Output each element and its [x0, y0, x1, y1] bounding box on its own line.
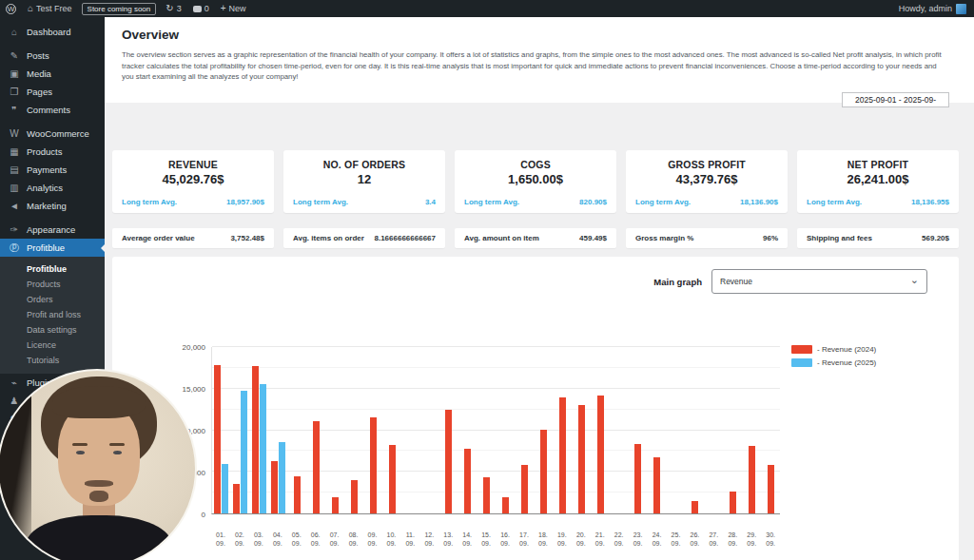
stat-cards-row: REVENUE45,029.76$Long term Avg.18,957.90… — [112, 150, 959, 213]
sidebar-item-label: WooCommerce — [27, 128, 89, 139]
bar-group-2209 — [610, 347, 629, 513]
bar-revenue-2025 — [241, 391, 247, 513]
person-eye — [113, 451, 122, 454]
admin-avatar[interactable] — [956, 4, 966, 14]
bar-group-0609 — [307, 347, 326, 513]
bar-group-2109 — [591, 347, 610, 513]
bar-group-2309 — [629, 347, 648, 513]
x-tick-label: 16.09. — [496, 531, 515, 548]
stat-subcard: Avg. amount on item459.49$ — [455, 228, 616, 248]
stat-card-value: 43,379.76$ — [626, 172, 788, 186]
sidebar-item-appearance[interactable]: ✑Appearance — [0, 221, 105, 239]
x-tick-label: 14.09. — [458, 531, 477, 548]
bar-revenue-2025 — [260, 384, 266, 513]
sidebar-item-marketing[interactable]: ◄Marketing — [0, 197, 105, 215]
x-tick-label: 29.09. — [742, 531, 761, 548]
x-tick-label: 28.09. — [723, 531, 742, 548]
bar-revenue-2024 — [389, 445, 396, 513]
site-name-link[interactable]: ⌂ Test Free — [22, 0, 78, 17]
wordpress-menu[interactable]: W — [0, 0, 22, 17]
sidebar-item-analytics[interactable]: ▥Analytics — [0, 179, 105, 197]
stat-subcard: Gross margin %96% — [626, 228, 788, 248]
stat-card-value: 12 — [283, 172, 445, 186]
x-tick-label: 26.09. — [685, 531, 704, 548]
subcard-value: 3,752.48$ — [230, 234, 264, 242]
bar-group-2609 — [686, 347, 705, 513]
sidebar-item-comments[interactable]: ❞Comments — [0, 101, 105, 119]
submenu-item-profitblue[interactable]: Profitblue — [0, 261, 105, 277]
x-tick-label: 03.09. — [249, 531, 268, 548]
comments-bubble-icon — [193, 6, 202, 12]
bar-group-1309 — [439, 347, 458, 513]
bar-revenue-2024 — [521, 465, 528, 513]
person-brow — [72, 443, 88, 446]
submenu-item-orders[interactable]: Orders — [0, 292, 105, 307]
x-tick-label: 27.09. — [704, 531, 723, 548]
sidebar-item-pages[interactable]: ❐Pages — [0, 83, 105, 101]
long-term-avg-value: 18,136.95$ — [911, 198, 949, 206]
long-term-avg-value: 18,136.90$ — [740, 198, 778, 206]
submenu-item-profit-and-loss[interactable]: Profit and loss — [0, 307, 105, 322]
long-term-avg-row: Long term Avg.820.90$ — [464, 198, 607, 206]
x-tick-label: 07.09. — [325, 531, 344, 548]
main-graph-panel: Main graph Revenue ⌄ - Revenue (2024)- R… — [112, 257, 959, 560]
submenu-item-products[interactable]: Products — [0, 277, 105, 292]
stat-card-title: NO. OF ORDERS — [283, 150, 445, 170]
comments-link[interactable]: 0 — [187, 0, 215, 17]
bar-revenue-2024 — [483, 477, 490, 514]
person-beard — [89, 491, 108, 502]
sidebar-item-label: Comments — [27, 105, 70, 115]
dashboard-icon: ⌂ — [9, 27, 20, 37]
stat-card-revenue: REVENUE45,029.76$Long term Avg.18,957.90… — [112, 150, 274, 213]
page-title: Overview — [122, 28, 942, 42]
sidebar-item-posts[interactable]: ✎Posts — [0, 47, 105, 65]
submenu-item-licence[interactable]: Licence — [0, 338, 105, 353]
pages-icon: ❐ — [9, 87, 20, 97]
long-term-avg-value: 3.4 — [425, 198, 436, 206]
subcard-label: Gross margin % — [635, 234, 693, 242]
x-tick-label: 23.09. — [629, 531, 648, 548]
bar-revenue-2024 — [332, 497, 339, 514]
stat-card-value: 45,029.76$ — [112, 172, 274, 186]
x-tick-label: 18.09. — [534, 531, 553, 548]
bar-group-1209 — [420, 347, 439, 513]
sidebar-item-payments[interactable]: ▤Payments — [0, 161, 105, 179]
bar-revenue-2024 — [749, 446, 755, 513]
new-content-link[interactable]: + New — [215, 0, 252, 17]
bar-revenue-2024 — [540, 430, 547, 513]
sidebar-item-dashboard[interactable]: ⌂Dashboard — [0, 23, 105, 41]
stat-subcard: Avg. items on order8.1666666666667 — [283, 228, 445, 248]
bar-group-1009 — [382, 347, 401, 513]
bar-group-0809 — [344, 347, 363, 513]
bar-group-2809 — [723, 347, 742, 513]
x-tick-label: 09.09. — [363, 531, 382, 548]
updates-link[interactable]: ↻ 3 — [160, 0, 186, 17]
appearance-icon: ✑ — [9, 224, 20, 235]
bar-group-1109 — [401, 347, 420, 513]
long-term-avg-row: Long term Avg.18,136.95$ — [807, 198, 949, 206]
subcard-label: Avg. items on order — [293, 234, 364, 242]
legend-swatch — [791, 358, 812, 367]
sidebar-item-media[interactable]: ▣Media — [0, 65, 105, 83]
stat-card-net-profit: NET PROFIT26,241.00$Long term Avg.18,136… — [797, 150, 959, 213]
bar-revenue-2024 — [351, 480, 358, 513]
stat-card-title: COGS — [455, 150, 616, 170]
bar-revenue-2024 — [559, 397, 566, 514]
legend-label: - Revenue (2024) — [817, 345, 876, 354]
home-icon: ⌂ — [28, 4, 33, 13]
sidebar-item-profitblue[interactable]: ⓟProfitblue — [0, 239, 105, 257]
y-tick-label: 15,000 — [183, 385, 205, 394]
sidebar-item-woocommerce[interactable]: WWooCommerce — [0, 125, 105, 143]
submenu-item-data-settings[interactable]: Data settings — [0, 322, 105, 338]
sidebar-item-label: Posts — [27, 50, 49, 61]
bars-container — [212, 347, 780, 513]
person-eye — [76, 451, 85, 454]
long-term-avg-row: Long term Avg.18,136.90$ — [635, 198, 778, 206]
sidebar-item-products[interactable]: ▦Products — [0, 143, 105, 161]
date-range-input[interactable]: 2025-09-01 - 2025-09- — [842, 92, 949, 107]
updates-icon: ↻ — [166, 4, 173, 13]
howdy-admin-link[interactable]: Howdy, admin — [899, 4, 952, 13]
main-graph-select[interactable]: Revenue ⌄ — [711, 269, 927, 294]
coming-soon-badge: Store coming soon — [82, 3, 157, 15]
submenu-item-tutorials[interactable]: Tutorials — [0, 353, 105, 368]
